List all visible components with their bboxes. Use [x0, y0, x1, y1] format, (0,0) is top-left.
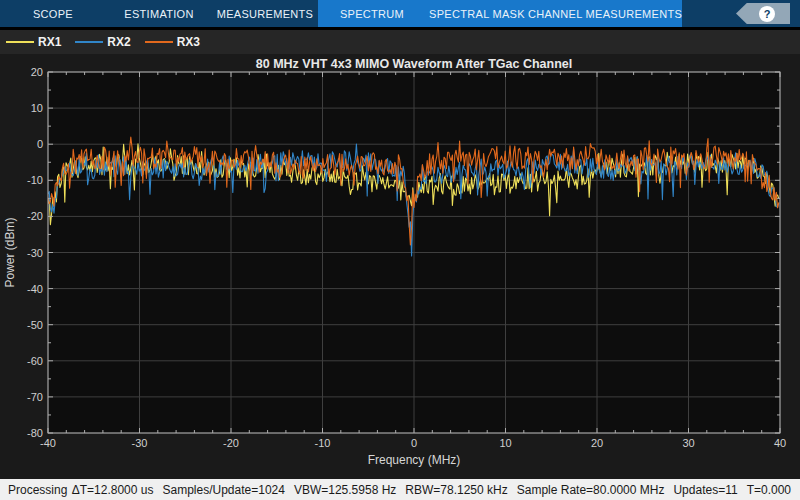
y-tick-label: 20: [31, 66, 43, 78]
tab-spectrum[interactable]: SPECTRUM: [318, 0, 426, 27]
legend-label-rx3: RX3: [177, 35, 200, 49]
x-tick-label: 10: [499, 437, 511, 449]
y-tick-label: -70: [27, 391, 43, 403]
y-tick-label: -20: [27, 210, 43, 222]
y-tick-label: -10: [27, 174, 43, 186]
status-fields: ΔT=12.8000 usSamples/Update=1024VBW=125.…: [72, 483, 800, 497]
legend-label-rx1: RX1: [38, 35, 61, 49]
tab-spectral-mask[interactable]: SPECTRAL MASK: [426, 0, 528, 27]
spectrum-plot[interactable]: -40-30-20-1001020304020100-10-20-30-40-5…: [0, 54, 800, 479]
status-field: RBW=78.1250 kHz: [405, 483, 507, 497]
legend-item-rx3[interactable]: RX3: [145, 35, 200, 49]
help-button-label: ?: [764, 8, 771, 20]
legend-label-rx2: RX2: [107, 35, 130, 49]
figure-area: 80 MHz VHT 4x3 MIMO Waveform After TGac …: [0, 54, 800, 479]
legend-item-rx2[interactable]: RX2: [75, 35, 130, 49]
y-tick-label: -40: [27, 283, 43, 295]
legend-item-rx1[interactable]: RX1: [6, 35, 61, 49]
help-button[interactable]: ?: [736, 3, 790, 24]
status-bar: Processing ΔT=12.8000 usSamples/Update=1…: [0, 479, 800, 500]
y-tick-label: -80: [27, 427, 43, 439]
legend: RX1RX2RX3: [0, 30, 800, 54]
toolstrip-spacer: [682, 0, 736, 27]
legend-swatch-rx3: [145, 41, 173, 43]
legend-swatch-rx1: [6, 41, 34, 43]
tab-group-contextual: SPECTRUMSPECTRAL MASKCHANNEL MEASUREMENT…: [318, 0, 682, 27]
status-field: T=0.000: [747, 483, 791, 497]
x-tick-label: 40: [774, 437, 786, 449]
x-tick-label: 0: [411, 437, 417, 449]
status-processing-label: Processing: [8, 483, 72, 497]
tab-scope[interactable]: SCOPE: [0, 0, 106, 27]
spectrum-analyzer-window: SCOPEESTIMATIONMEASUREMENTS SPECTRUMSPEC…: [0, 0, 800, 500]
y-tick-label: -30: [27, 247, 43, 259]
x-tick-label: -30: [132, 437, 148, 449]
y-axis-label: Power (dBm): [3, 217, 17, 287]
status-field: VBW=125.5958 Hz: [294, 483, 396, 497]
y-tick-label: 10: [31, 102, 43, 114]
question-icon: ?: [759, 6, 775, 22]
x-tick-label: -20: [223, 437, 239, 449]
status-field: ΔT=12.8000 us: [72, 483, 154, 497]
y-tick-label: 0: [37, 138, 43, 150]
legend-swatch-rx2: [75, 41, 103, 43]
tab-measurements[interactable]: MEASUREMENTS: [212, 0, 318, 27]
toolstrip: SCOPEESTIMATIONMEASUREMENTS SPECTRUMSPEC…: [0, 0, 800, 27]
tab-group-main: SCOPEESTIMATIONMEASUREMENTS: [0, 0, 318, 27]
x-axis-label: Frequency (MHz): [368, 453, 461, 467]
status-field: Sample Rate=80.0000 MHz: [517, 483, 665, 497]
x-tick-label: -10: [315, 437, 331, 449]
tab-estimation[interactable]: ESTIMATION: [106, 0, 212, 27]
status-field: Samples/Update=1024: [162, 483, 284, 497]
status-field: Updates=11: [673, 483, 737, 497]
tab-channel-measurements[interactable]: CHANNEL MEASUREMENTS: [528, 0, 682, 27]
y-tick-label: -50: [27, 319, 43, 331]
x-tick-label: 30: [682, 437, 694, 449]
x-tick-label: 20: [591, 437, 603, 449]
y-tick-label: -60: [27, 355, 43, 367]
